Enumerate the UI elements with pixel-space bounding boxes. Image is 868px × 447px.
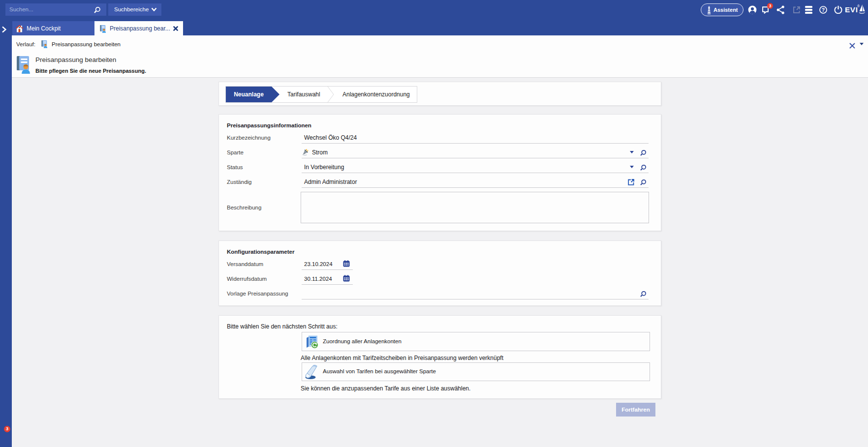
svg-text:?: ?	[822, 7, 825, 13]
